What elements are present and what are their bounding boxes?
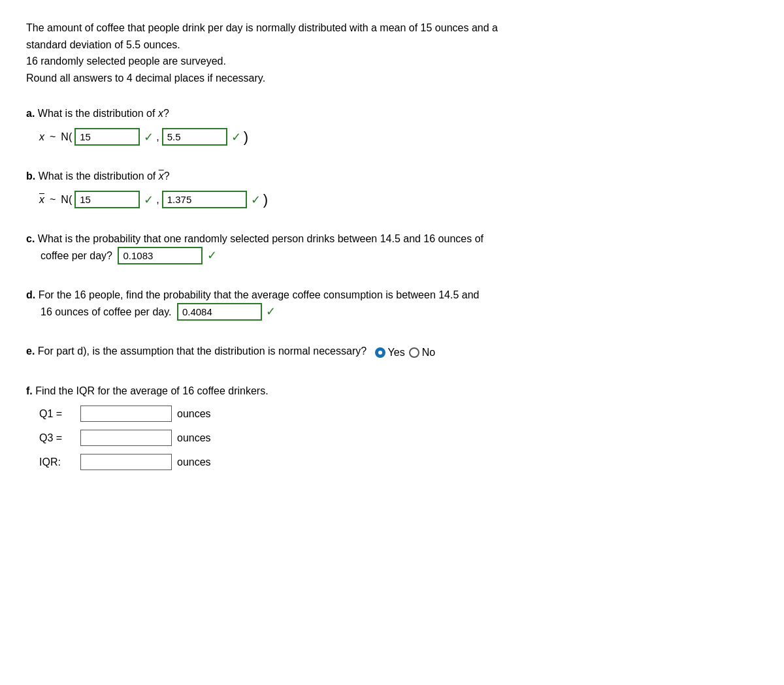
b-var: x [39, 194, 44, 206]
a-comma: , [156, 131, 159, 143]
iqr-ounces: ounces [177, 456, 211, 468]
a-var: x [39, 131, 44, 143]
a-check1: ✓ [144, 130, 154, 144]
e-no-option[interactable]: No [409, 345, 435, 360]
a-check2: ✓ [231, 130, 241, 144]
q1-input[interactable] [80, 406, 172, 422]
section-f-label: f. Find the IQR for the average of 16 co… [26, 383, 758, 399]
q3-ounces: ounces [177, 432, 211, 444]
e-yes-label: Yes [388, 345, 405, 360]
q1-row: Q1 = ounces [39, 406, 758, 422]
b-close-paren: ) [263, 193, 268, 207]
d-check: ✓ [266, 305, 276, 318]
b-fn: N( [61, 194, 72, 206]
e-yes-option[interactable]: Yes [375, 345, 405, 360]
c-input[interactable] [118, 247, 203, 264]
a-fn: N( [61, 131, 72, 143]
section-e: e. For part d), is the assumption that t… [26, 343, 758, 360]
section-c-label: c. What is the probability that one rand… [26, 231, 758, 264]
a-input1[interactable] [74, 128, 140, 146]
q3-input[interactable] [80, 430, 172, 446]
q3-row: Q3 = ounces [39, 430, 758, 446]
q1-label: Q1 = [39, 408, 75, 420]
section-f: f. Find the IQR for the average of 16 co… [26, 383, 758, 470]
section-b-label: b. What is the distribution of x? [26, 168, 758, 184]
c-check: ✓ [207, 249, 217, 262]
a-close-paren: ) [244, 130, 248, 144]
b-input1[interactable] [74, 191, 140, 208]
section-d: d. For the 16 people, find the probabili… [26, 287, 758, 321]
intro-block: The amount of coffee that people drink p… [26, 20, 758, 86]
e-no-radio[interactable] [409, 347, 419, 358]
section-a: a. What is the distribution of x? x ~ N(… [26, 106, 758, 146]
iqr-label: IQR: [39, 456, 75, 468]
b-check2: ✓ [251, 193, 261, 207]
b-comma: , [156, 194, 159, 206]
intro-line1: The amount of coffee that people drink p… [26, 20, 758, 37]
section-b: b. What is the distribution of x? x ~ N(… [26, 168, 758, 208]
iqr-input[interactable] [80, 454, 172, 470]
q3-label: Q3 = [39, 432, 75, 444]
a-input2[interactable] [162, 128, 227, 146]
section-d-label: d. For the 16 people, find the probabili… [26, 287, 758, 321]
section-a-answer: x ~ N( ✓ , ✓ ) [39, 128, 758, 146]
intro-line3: 16 randomly selected people are surveyed… [26, 53, 758, 70]
intro-line4: Round all answers to 4 decimal places if… [26, 70, 758, 87]
e-radio-group: Yes No [375, 345, 436, 360]
d-input[interactable] [177, 303, 262, 321]
section-a-label: a. What is the distribution of x? [26, 106, 758, 121]
section-c: c. What is the probability that one rand… [26, 231, 758, 264]
b-check1: ✓ [144, 193, 154, 207]
section-e-label: e. For part d), is the assumption that t… [26, 343, 758, 360]
intro-line2: standard deviation of 5.5 ounces. [26, 37, 758, 54]
iqr-row: IQR: ounces [39, 454, 758, 470]
section-b-answer: x ~ N( ✓ , ✓ ) [39, 191, 758, 208]
e-yes-radio[interactable] [375, 347, 385, 358]
e-no-label: No [422, 345, 435, 360]
b-input2[interactable] [162, 191, 247, 208]
q1-ounces: ounces [177, 408, 211, 420]
